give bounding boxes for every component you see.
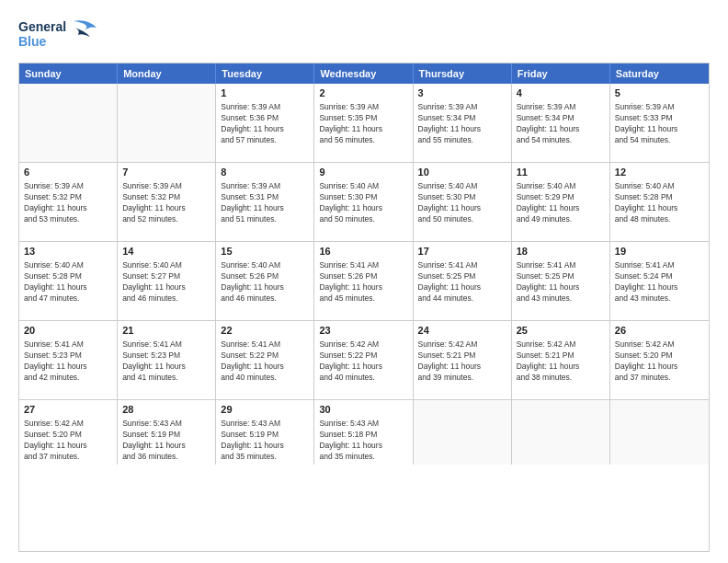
- calendar-page: GeneralBlue SundayMondayTuesdayWednesday…: [0, 0, 728, 563]
- day-number: 11: [517, 166, 605, 179]
- calendar-cell-5-4: 30Sunrise: 5:43 AM Sunset: 5:18 PM Dayli…: [314, 400, 413, 465]
- calendar-cell-5-1: 27Sunrise: 5:42 AM Sunset: 5:20 PM Dayli…: [19, 400, 118, 465]
- calendar-cell-4-2: 21Sunrise: 5:41 AM Sunset: 5:23 PM Dayli…: [118, 321, 216, 399]
- calendar-cell-4-3: 22Sunrise: 5:41 AM Sunset: 5:22 PM Dayli…: [216, 321, 314, 399]
- day-info: Sunrise: 5:40 AM Sunset: 5:30 PM Dayligh…: [319, 181, 407, 225]
- calendar-cell-2-6: 11Sunrise: 5:40 AM Sunset: 5:29 PM Dayli…: [512, 163, 610, 241]
- day-number: 13: [24, 245, 112, 259]
- day-info: Sunrise: 5:39 AM Sunset: 5:32 PM Dayligh…: [122, 181, 210, 225]
- day-info: Sunrise: 5:42 AM Sunset: 5:22 PM Dayligh…: [319, 339, 407, 384]
- day-number: 3: [418, 86, 506, 100]
- header-day-sunday: Sunday: [19, 63, 118, 84]
- calendar-cell-2-1: 6Sunrise: 5:39 AM Sunset: 5:32 PM Daylig…: [19, 163, 118, 241]
- day-info: Sunrise: 5:39 AM Sunset: 5:34 PM Dayligh…: [418, 102, 506, 146]
- calendar-cell-4-7: 26Sunrise: 5:42 AM Sunset: 5:20 PM Dayli…: [610, 321, 709, 399]
- day-number: 23: [319, 324, 407, 338]
- day-info: Sunrise: 5:39 AM Sunset: 5:33 PM Dayligh…: [615, 102, 704, 146]
- svg-text:General: General: [18, 19, 66, 34]
- day-number: 25: [517, 324, 605, 338]
- calendar-cell-1-1: [19, 84, 118, 162]
- day-number: 19: [615, 245, 704, 259]
- svg-text:Blue: Blue: [18, 34, 47, 49]
- header-day-saturday: Saturday: [610, 63, 709, 84]
- day-info: Sunrise: 5:41 AM Sunset: 5:23 PM Dayligh…: [24, 339, 112, 384]
- day-number: 9: [319, 166, 407, 179]
- day-number: 10: [418, 166, 506, 179]
- day-number: 1: [221, 86, 309, 100]
- calendar-cell-3-4: 16Sunrise: 5:41 AM Sunset: 5:26 PM Dayli…: [314, 242, 413, 320]
- logo: GeneralBlue: [18, 17, 101, 53]
- header-day-friday: Friday: [512, 63, 610, 84]
- day-number: 18: [517, 245, 605, 259]
- calendar-cell-5-2: 28Sunrise: 5:43 AM Sunset: 5:19 PM Dayli…: [118, 400, 216, 465]
- day-number: 17: [418, 245, 506, 259]
- header-day-wednesday: Wednesday: [314, 63, 413, 84]
- day-number: 26: [615, 324, 704, 338]
- header: GeneralBlue: [18, 17, 710, 53]
- day-info: Sunrise: 5:40 AM Sunset: 5:28 PM Dayligh…: [615, 181, 704, 225]
- day-number: 20: [24, 324, 112, 338]
- calendar-row-4: 20Sunrise: 5:41 AM Sunset: 5:23 PM Dayli…: [19, 321, 709, 400]
- calendar-cell-3-7: 19Sunrise: 5:41 AM Sunset: 5:24 PM Dayli…: [610, 242, 709, 320]
- day-number: 16: [319, 245, 407, 259]
- calendar-cell-1-7: 5Sunrise: 5:39 AM Sunset: 5:33 PM Daylig…: [610, 84, 709, 162]
- calendar-cell-3-6: 18Sunrise: 5:41 AM Sunset: 5:25 PM Dayli…: [512, 242, 610, 320]
- calendar-cell-2-7: 12Sunrise: 5:40 AM Sunset: 5:28 PM Dayli…: [610, 163, 709, 241]
- day-number: 30: [319, 403, 407, 417]
- day-info: Sunrise: 5:41 AM Sunset: 5:22 PM Dayligh…: [221, 339, 309, 384]
- calendar-cell-3-2: 14Sunrise: 5:40 AM Sunset: 5:27 PM Dayli…: [118, 242, 216, 320]
- day-info: Sunrise: 5:39 AM Sunset: 5:35 PM Dayligh…: [319, 102, 407, 146]
- day-number: 14: [122, 245, 210, 259]
- day-info: Sunrise: 5:43 AM Sunset: 5:19 PM Dayligh…: [122, 419, 210, 463]
- day-info: Sunrise: 5:39 AM Sunset: 5:36 PM Dayligh…: [221, 102, 309, 146]
- day-info: Sunrise: 5:41 AM Sunset: 5:25 PM Dayligh…: [418, 260, 506, 304]
- calendar-cell-2-2: 7Sunrise: 5:39 AM Sunset: 5:32 PM Daylig…: [118, 163, 216, 241]
- calendar-cell-1-2: [118, 84, 216, 162]
- logo-svg: GeneralBlue: [18, 17, 101, 53]
- calendar-row-3: 13Sunrise: 5:40 AM Sunset: 5:28 PM Dayli…: [19, 242, 709, 321]
- day-number: 27: [24, 403, 112, 417]
- day-number: 15: [221, 245, 309, 259]
- header-day-tuesday: Tuesday: [216, 63, 314, 84]
- day-info: Sunrise: 5:41 AM Sunset: 5:23 PM Dayligh…: [122, 339, 210, 384]
- calendar-cell-5-5: [414, 400, 512, 465]
- day-info: Sunrise: 5:43 AM Sunset: 5:18 PM Dayligh…: [319, 419, 407, 463]
- calendar-cell-2-4: 9Sunrise: 5:40 AM Sunset: 5:30 PM Daylig…: [314, 163, 413, 241]
- calendar-cell-1-6: 4Sunrise: 5:39 AM Sunset: 5:34 PM Daylig…: [512, 84, 610, 162]
- day-info: Sunrise: 5:40 AM Sunset: 5:27 PM Dayligh…: [122, 260, 210, 304]
- day-info: Sunrise: 5:40 AM Sunset: 5:28 PM Dayligh…: [24, 260, 112, 304]
- day-number: 28: [122, 403, 210, 417]
- calendar-cell-5-7: [610, 400, 709, 465]
- day-number: 29: [221, 403, 309, 417]
- day-info: Sunrise: 5:41 AM Sunset: 5:24 PM Dayligh…: [615, 260, 704, 304]
- day-number: 24: [418, 324, 506, 338]
- calendar-cell-5-6: [512, 400, 610, 465]
- calendar-cell-1-4: 2Sunrise: 5:39 AM Sunset: 5:35 PM Daylig…: [314, 84, 413, 162]
- day-info: Sunrise: 5:42 AM Sunset: 5:21 PM Dayligh…: [517, 339, 605, 384]
- calendar-cell-1-5: 3Sunrise: 5:39 AM Sunset: 5:34 PM Daylig…: [414, 84, 512, 162]
- day-info: Sunrise: 5:40 AM Sunset: 5:30 PM Dayligh…: [418, 181, 506, 225]
- calendar-header: SundayMondayTuesdayWednesdayThursdayFrid…: [19, 63, 709, 84]
- calendar-cell-4-5: 24Sunrise: 5:42 AM Sunset: 5:21 PM Dayli…: [414, 321, 512, 399]
- day-number: 5: [615, 86, 704, 100]
- day-number: 12: [615, 166, 704, 179]
- calendar-cell-1-3: 1Sunrise: 5:39 AM Sunset: 5:36 PM Daylig…: [216, 84, 314, 162]
- day-info: Sunrise: 5:42 AM Sunset: 5:21 PM Dayligh…: [418, 339, 506, 384]
- day-number: 2: [319, 86, 407, 100]
- calendar: SundayMondayTuesdayWednesdayThursdayFrid…: [18, 63, 710, 552]
- day-info: Sunrise: 5:41 AM Sunset: 5:25 PM Dayligh…: [517, 260, 605, 304]
- calendar-body: 1Sunrise: 5:39 AM Sunset: 5:36 PM Daylig…: [19, 84, 709, 465]
- day-info: Sunrise: 5:42 AM Sunset: 5:20 PM Dayligh…: [24, 419, 112, 463]
- calendar-row-5: 27Sunrise: 5:42 AM Sunset: 5:20 PM Dayli…: [19, 400, 709, 465]
- calendar-cell-4-4: 23Sunrise: 5:42 AM Sunset: 5:22 PM Dayli…: [314, 321, 413, 399]
- day-info: Sunrise: 5:40 AM Sunset: 5:29 PM Dayligh…: [517, 181, 605, 225]
- calendar-cell-3-3: 15Sunrise: 5:40 AM Sunset: 5:26 PM Dayli…: [216, 242, 314, 320]
- calendar-cell-3-5: 17Sunrise: 5:41 AM Sunset: 5:25 PM Dayli…: [414, 242, 512, 320]
- day-info: Sunrise: 5:40 AM Sunset: 5:26 PM Dayligh…: [221, 260, 309, 304]
- day-info: Sunrise: 5:39 AM Sunset: 5:34 PM Dayligh…: [517, 102, 605, 146]
- calendar-row-1: 1Sunrise: 5:39 AM Sunset: 5:36 PM Daylig…: [19, 84, 709, 163]
- day-number: 4: [517, 86, 605, 100]
- header-day-monday: Monday: [118, 63, 216, 84]
- calendar-cell-4-1: 20Sunrise: 5:41 AM Sunset: 5:23 PM Dayli…: [19, 321, 118, 399]
- day-number: 7: [122, 166, 210, 179]
